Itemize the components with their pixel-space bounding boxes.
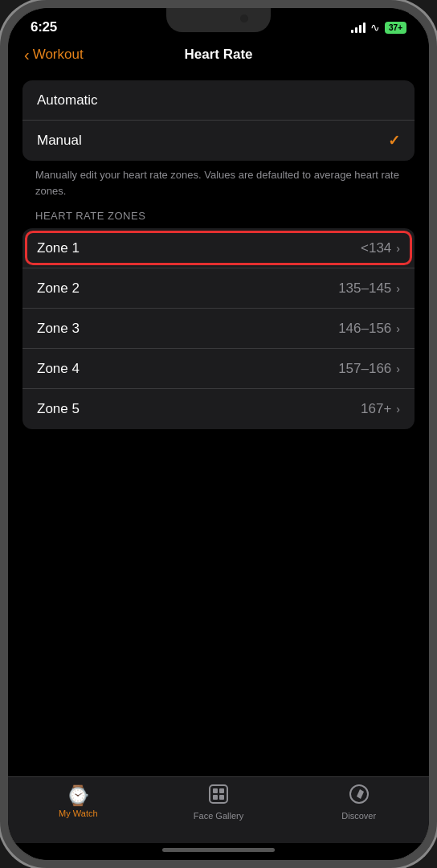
home-indicator bbox=[8, 843, 429, 860]
zone-3-label: Zone 3 bbox=[37, 321, 80, 337]
zone-5-value: 167+ bbox=[361, 401, 391, 417]
back-chevron-icon: ‹ bbox=[24, 46, 30, 64]
discover-icon bbox=[349, 784, 370, 808]
zone-1-label: Zone 1 bbox=[37, 240, 80, 256]
zone-2-row[interactable]: Zone 2 135–145 › bbox=[22, 268, 415, 309]
svg-rect-1 bbox=[213, 788, 218, 793]
phone-screen: 6:25 ∿ 37+ ‹ Workout Heart Rate bbox=[8, 8, 429, 860]
zone-2-chevron-icon: › bbox=[396, 282, 400, 295]
manual-row[interactable]: Manual ✓ bbox=[22, 121, 415, 161]
zone-4-value-row: 157–166 › bbox=[338, 361, 400, 377]
zones-section: Zone 1 <134 › Zone 2 135–145 › Zone 3 bbox=[22, 228, 415, 429]
svg-rect-3 bbox=[213, 795, 218, 800]
helper-text: Manually edit your heart rate zones. Val… bbox=[35, 167, 402, 199]
automatic-label: Automatic bbox=[37, 92, 98, 108]
zone-4-chevron-icon: › bbox=[396, 362, 400, 375]
zone-4-row[interactable]: Zone 4 157–166 › bbox=[22, 349, 415, 389]
zone-1-row[interactable]: Zone 1 <134 › bbox=[22, 228, 415, 268]
options-section: Automatic Manual ✓ bbox=[22, 80, 415, 161]
zone-5-row[interactable]: Zone 5 167+ › bbox=[22, 389, 415, 429]
zone-3-value-row: 146–156 › bbox=[338, 321, 400, 337]
phone-frame: 6:25 ∿ 37+ ‹ Workout Heart Rate bbox=[0, 0, 437, 868]
zone-1-chevron-icon: › bbox=[396, 242, 400, 255]
notch bbox=[166, 8, 271, 32]
status-time: 6:25 bbox=[31, 19, 57, 35]
back-label: Workout bbox=[33, 47, 84, 63]
zone-3-row[interactable]: Zone 3 146–156 › bbox=[22, 309, 415, 349]
zone-2-value: 135–145 bbox=[338, 280, 391, 297]
watch-icon: ⌚ bbox=[66, 786, 90, 805]
zone-1-value-row: <134 › bbox=[361, 240, 400, 256]
zone-2-value-row: 135–145 › bbox=[338, 280, 400, 297]
tab-face-gallery[interactable]: Face Gallery bbox=[149, 784, 289, 821]
back-button[interactable]: ‹ Workout bbox=[24, 46, 84, 64]
tab-discover-label: Discover bbox=[341, 811, 376, 821]
zone-5-value-row: 167+ › bbox=[361, 401, 400, 417]
manual-label: Manual bbox=[37, 133, 82, 149]
automatic-row[interactable]: Automatic bbox=[22, 80, 415, 121]
notch-dot bbox=[240, 14, 248, 23]
svg-rect-0 bbox=[210, 785, 227, 803]
nav-bar: ‹ Workout Heart Rate bbox=[8, 40, 429, 72]
wifi-icon: ∿ bbox=[370, 21, 380, 34]
home-bar bbox=[162, 848, 275, 852]
zone-5-label: Zone 5 bbox=[37, 401, 80, 417]
tab-bar: ⌚ My Watch Face Gallery bbox=[8, 776, 429, 843]
svg-rect-2 bbox=[219, 788, 224, 793]
zone-4-value: 157–166 bbox=[338, 361, 391, 377]
zone-1-value: <134 bbox=[361, 240, 391, 256]
nav-title: Heart Rate bbox=[184, 47, 252, 63]
tab-my-watch[interactable]: ⌚ My Watch bbox=[8, 786, 149, 818]
tab-face-gallery-label: Face Gallery bbox=[194, 811, 243, 821]
manual-checkmark: ✓ bbox=[388, 132, 400, 149]
svg-rect-4 bbox=[219, 795, 224, 800]
svg-marker-6 bbox=[357, 789, 364, 799]
content-area: Automatic Manual ✓ Manually edit your he… bbox=[8, 72, 429, 776]
battery-badge: 37+ bbox=[385, 22, 406, 34]
tab-discover[interactable]: Discover bbox=[288, 784, 429, 821]
zone-3-value: 146–156 bbox=[338, 321, 391, 337]
zone-2-label: Zone 2 bbox=[37, 280, 80, 297]
zone-4-label: Zone 4 bbox=[37, 361, 80, 377]
status-icons: ∿ 37+ bbox=[351, 21, 406, 34]
zones-header: HEART RATE ZONES bbox=[35, 210, 402, 222]
face-gallery-icon bbox=[208, 784, 229, 808]
zone-3-chevron-icon: › bbox=[396, 322, 400, 335]
zone-5-chevron-icon: › bbox=[396, 403, 400, 416]
tab-my-watch-label: My Watch bbox=[59, 809, 98, 818]
signal-icon bbox=[351, 22, 366, 33]
